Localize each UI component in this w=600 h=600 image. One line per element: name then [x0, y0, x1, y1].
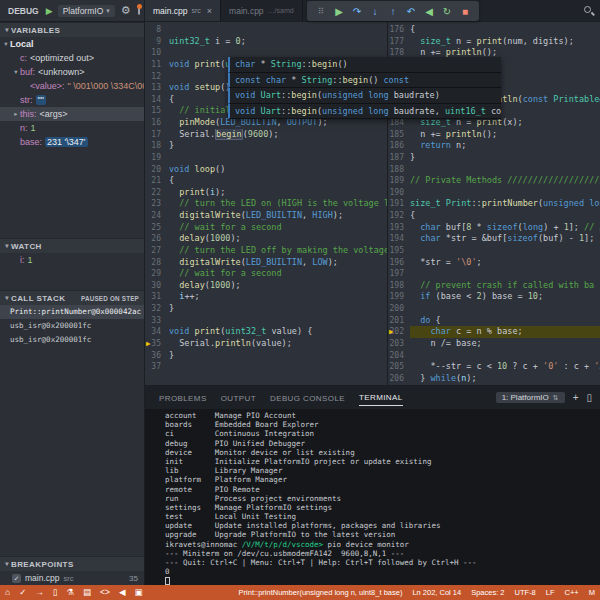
- chevron-down-icon: ▾: [3, 242, 11, 250]
- code-line: 30 delay(1000);: [145, 280, 387, 292]
- breakpoints-header[interactable]: ▾ BREAKPOINTS: [0, 556, 144, 571]
- step-back-icon[interactable]: ◀: [422, 6, 436, 17]
- terminal-select[interactable]: 1: PlatformIO ⇅: [496, 392, 565, 403]
- step-into-icon[interactable]: ↓: [368, 6, 382, 17]
- step-over-icon[interactable]: ↷: [350, 6, 364, 17]
- upload-icon[interactable]: →: [35, 585, 44, 600]
- encoding[interactable]: UTF-8: [515, 588, 536, 597]
- terminal-line: settings Manage PlatformIO settings: [165, 503, 600, 512]
- breakpoint-checkbox-icon[interactable]: ✓: [12, 574, 21, 583]
- line-number: 207: [388, 384, 410, 385]
- definition-item[interactable]: void Uart::begin(unsigned long baudrate,…: [228, 104, 501, 120]
- terminal-line: platform Platform Manager: [165, 475, 600, 484]
- eol[interactable]: LF: [546, 588, 555, 597]
- code-line: 17 Serial.begin(9600);: [145, 129, 387, 141]
- code-line: 19: [145, 152, 387, 164]
- terminal-icon[interactable]: ▣: [135, 585, 143, 600]
- line-number: 32: [145, 303, 169, 315]
- scope-row[interactable]: ▾Local: [0, 37, 144, 51]
- tab-main-cpp-samd[interactable]: main.cpp …/samd: [221, 0, 303, 21]
- restart-icon[interactable]: ↻: [440, 6, 454, 17]
- variable-value: <optimized out>: [30, 53, 94, 63]
- line-number: 193: [388, 222, 410, 234]
- line-number: 176: [388, 24, 410, 36]
- panel-tab-problems[interactable]: PROBLEMS: [159, 390, 207, 406]
- stop-icon[interactable]: ■: [458, 6, 472, 17]
- home-icon[interactable]: ⌂: [5, 585, 10, 600]
- line-number: 206: [388, 373, 410, 385]
- drag-grip-icon[interactable]: ⠿: [314, 7, 328, 16]
- tab-main-cpp-src[interactable]: main.cpp src ×: [145, 0, 221, 21]
- code-line: 203 n /= base;: [388, 338, 600, 350]
- clean-icon[interactable]: ▯: [53, 585, 58, 600]
- panel-tab-terminal[interactable]: TERMINAL: [359, 389, 403, 406]
- cursor-position[interactable]: Ln 202, Col 14: [412, 588, 461, 597]
- watch-header[interactable]: ▾ WATCH: [0, 238, 144, 253]
- code-line: 27 // turn the LED off by making the vol…: [145, 245, 387, 257]
- build-icon[interactable]: ✓: [19, 585, 26, 600]
- stack-frame[interactable]: Print::printNumber@0x000042ac: [0, 305, 144, 319]
- execution-pointer-icon: ▶: [146, 338, 151, 350]
- code-line: 193 char buf[8 * sizeof(long) + 1]; // A…: [388, 222, 600, 234]
- code-line: 9uint32_t i = 0;: [145, 36, 387, 48]
- line-number: 14: [145, 94, 169, 106]
- debug-header: DEBUG ▶ PlatformIO ▾ ⚙: [0, 0, 144, 22]
- serial-monitor-icon[interactable]: ◀: [119, 585, 126, 600]
- close-tab-icon[interactable]: ×: [207, 6, 212, 16]
- breakpoints-section: ▾ BREAKPOINTS ✓main.cppsrc35: [0, 556, 144, 585]
- panel-tabbar: PROBLEMSOUTPUTDEBUG CONSOLETERMINAL 1: P…: [145, 386, 600, 409]
- code-line: 189// Private Methods //////////////////…: [388, 175, 600, 187]
- variable-row[interactable]: ▾buf:<unknown>: [0, 65, 144, 79]
- stack-frame[interactable]: usb_isr@0x200001fc: [0, 319, 144, 333]
- definition-item[interactable]: void Uart::begin(unsigned long baudrate): [228, 88, 501, 104]
- start-debug-icon[interactable]: ▶: [46, 6, 53, 16]
- panel-tab-debug-console[interactable]: DEBUG CONSOLE: [270, 390, 345, 406]
- variable-row[interactable]: c:<optimized out>: [0, 51, 144, 65]
- code-line: 188: [388, 164, 600, 176]
- line-number: 9: [145, 36, 169, 48]
- step-out-icon[interactable]: ↑: [386, 6, 400, 17]
- definition-item[interactable]: char * String::begin(): [228, 57, 501, 73]
- find-icon[interactable]: [584, 6, 591, 13]
- indentation[interactable]: Spaces: 2: [471, 588, 504, 597]
- terminal-line: account Manage PIO Account: [165, 411, 600, 420]
- variable-row[interactable]: str:"": [0, 93, 144, 107]
- code-line: 21{: [145, 175, 387, 187]
- callstack-header[interactable]: ▾ CALL STACK PAUSED ON STEP: [0, 290, 144, 305]
- code-line: 186 return n;: [388, 140, 600, 152]
- line-number: 18: [145, 140, 169, 152]
- continue-icon[interactable]: ▶: [332, 6, 346, 17]
- statusbar-item-partial[interactable]: M: [589, 588, 595, 597]
- terminal-output[interactable]: account Manage PIO Accountboards Embedde…: [145, 409, 600, 585]
- terminal-line: --- Quit: Ctrl+C | Menu: Ctrl+T | Help: …: [165, 558, 600, 567]
- code-icon[interactable]: <>: [100, 585, 110, 600]
- code-line: 32}: [145, 303, 387, 315]
- code-line: 34void print(uint32_t value) {: [145, 326, 387, 338]
- code-line: 177 size_t n = print(num, digits);: [388, 36, 600, 48]
- breakpoint-row[interactable]: ✓main.cppsrc35: [0, 571, 144, 585]
- debug-console-toggle-icon[interactable]: [138, 6, 140, 15]
- variable-row[interactable]: base:231 '\347': [0, 135, 144, 149]
- panel-tab-output[interactable]: OUTPUT: [221, 390, 256, 406]
- watch-section: ▾ WATCH i:1: [0, 238, 144, 267]
- code-line: 191size_t Print::printNumber(unsigned lo…: [388, 198, 600, 210]
- variables-header[interactable]: ▾ VARIABLES: [0, 22, 144, 37]
- chevron-down-icon: ▾: [106, 7, 110, 15]
- gear-icon[interactable]: ⚙: [121, 4, 131, 17]
- variable-row[interactable]: n:1: [0, 121, 144, 135]
- debug-config-select[interactable]: PlatformIO ▾: [58, 5, 115, 17]
- task-icon[interactable]: ▤: [83, 585, 91, 600]
- variable-row[interactable]: i:1: [0, 253, 144, 267]
- code-line: 199 if (base < 2) base = 10;: [388, 291, 600, 303]
- line-number: 197: [388, 268, 410, 280]
- line-number: 177: [388, 36, 410, 48]
- test-icon[interactable]: ⚗: [66, 585, 74, 600]
- definition-item[interactable]: const char * String::begin() const: [228, 73, 501, 89]
- variable-row[interactable]: ▸this:<args>: [0, 107, 144, 121]
- new-terminal-icon[interactable]: +: [573, 392, 579, 403]
- variable-row[interactable]: <value>:" \001\000 \334C\00…: [0, 79, 144, 93]
- stack-frame[interactable]: usb_isr@0x200001fc: [0, 333, 144, 347]
- reverse-continue-icon[interactable]: ↶: [404, 6, 418, 17]
- language-mode[interactable]: C++: [565, 588, 579, 597]
- kill-terminal-icon[interactable]: ▯: [586, 392, 592, 403]
